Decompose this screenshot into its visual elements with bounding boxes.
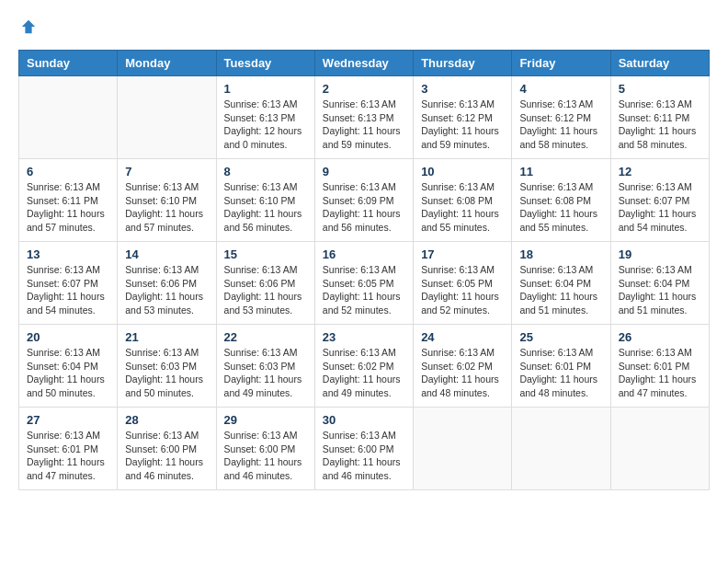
- day-cell-23: 23Sunrise: 6:13 AMSunset: 6:02 PMDayligh…: [314, 325, 413, 408]
- day-number: 16: [323, 247, 405, 261]
- day-number: 23: [323, 330, 405, 344]
- day-info: Sunrise: 6:13 AMSunset: 6:00 PMDaylight:…: [224, 429, 307, 483]
- day-info: Sunrise: 6:13 AMSunset: 6:12 PMDaylight:…: [519, 98, 602, 152]
- col-header-sunday: Sunday: [19, 51, 118, 76]
- day-cell-11: 11Sunrise: 6:13 AMSunset: 6:08 PMDayligh…: [512, 159, 610, 242]
- day-number: 21: [125, 330, 208, 344]
- logo-icon: [20, 18, 37, 35]
- day-info: Sunrise: 6:13 AMSunset: 6:03 PMDaylight:…: [224, 346, 307, 400]
- day-info: Sunrise: 6:13 AMSunset: 6:08 PMDaylight:…: [519, 180, 602, 235]
- day-number: 2: [323, 82, 405, 96]
- day-number: 29: [224, 413, 307, 427]
- day-number: 30: [323, 413, 405, 427]
- day-number: 17: [421, 247, 504, 261]
- day-info: Sunrise: 6:13 AMSunset: 6:05 PMDaylight:…: [323, 263, 405, 317]
- day-cell-4: 4Sunrise: 6:13 AMSunset: 6:12 PMDaylight…: [512, 76, 610, 159]
- day-number: 24: [421, 330, 504, 344]
- day-number: 7: [125, 165, 208, 178]
- day-info: Sunrise: 6:13 AMSunset: 6:02 PMDaylight:…: [421, 346, 504, 400]
- day-number: 22: [224, 330, 307, 344]
- day-info: Sunrise: 6:13 AMSunset: 6:01 PMDaylight:…: [619, 346, 701, 400]
- svg-marker-0: [22, 20, 35, 33]
- empty-cell: [118, 76, 216, 159]
- empty-cell: [512, 408, 610, 490]
- day-cell-20: 20Sunrise: 6:13 AMSunset: 6:04 PMDayligh…: [19, 325, 118, 408]
- day-info: Sunrise: 6:13 AMSunset: 6:07 PMDaylight:…: [619, 180, 701, 235]
- week-row-5: 27Sunrise: 6:13 AMSunset: 6:01 PMDayligh…: [19, 408, 710, 490]
- week-row-2: 6Sunrise: 6:13 AMSunset: 6:11 PMDaylight…: [19, 159, 710, 242]
- day-number: 9: [323, 165, 405, 178]
- day-number: 28: [125, 413, 208, 427]
- day-info: Sunrise: 6:13 AMSunset: 6:12 PMDaylight:…: [421, 98, 504, 152]
- day-info: Sunrise: 6:13 AMSunset: 6:04 PMDaylight:…: [27, 346, 109, 400]
- empty-cell: [19, 76, 118, 159]
- day-cell-25: 25Sunrise: 6:13 AMSunset: 6:01 PMDayligh…: [512, 325, 610, 408]
- day-cell-1: 1Sunrise: 6:13 AMSunset: 6:13 PMDaylight…: [216, 76, 314, 159]
- week-row-3: 13Sunrise: 6:13 AMSunset: 6:07 PMDayligh…: [19, 242, 710, 325]
- day-info: Sunrise: 6:13 AMSunset: 6:00 PMDaylight:…: [125, 429, 208, 483]
- empty-cell: [414, 408, 512, 490]
- day-info: Sunrise: 6:13 AMSunset: 6:10 PMDaylight:…: [125, 180, 208, 235]
- day-info: Sunrise: 6:13 AMSunset: 6:00 PMDaylight:…: [323, 429, 405, 483]
- day-info: Sunrise: 6:13 AMSunset: 6:09 PMDaylight:…: [323, 180, 405, 235]
- day-number: 15: [224, 247, 307, 261]
- col-header-monday: Monday: [118, 51, 216, 76]
- day-number: 25: [519, 330, 602, 344]
- day-number: 27: [27, 413, 109, 427]
- day-cell-22: 22Sunrise: 6:13 AMSunset: 6:03 PMDayligh…: [216, 325, 314, 408]
- day-cell-17: 17Sunrise: 6:13 AMSunset: 6:05 PMDayligh…: [414, 242, 512, 325]
- day-info: Sunrise: 6:13 AMSunset: 6:08 PMDaylight:…: [421, 180, 504, 235]
- day-number: 4: [519, 82, 602, 96]
- day-info: Sunrise: 6:13 AMSunset: 6:13 PMDaylight:…: [224, 98, 307, 152]
- day-cell-3: 3Sunrise: 6:13 AMSunset: 6:12 PMDaylight…: [414, 76, 512, 159]
- day-cell-16: 16Sunrise: 6:13 AMSunset: 6:05 PMDayligh…: [314, 242, 413, 325]
- page-header: [18, 18, 710, 35]
- empty-cell: [610, 408, 709, 490]
- day-number: 11: [519, 165, 602, 178]
- day-info: Sunrise: 6:13 AMSunset: 6:07 PMDaylight:…: [27, 263, 109, 317]
- day-cell-13: 13Sunrise: 6:13 AMSunset: 6:07 PMDayligh…: [19, 242, 118, 325]
- col-header-tuesday: Tuesday: [216, 51, 314, 76]
- day-cell-15: 15Sunrise: 6:13 AMSunset: 6:06 PMDayligh…: [216, 242, 314, 325]
- week-row-1: 1Sunrise: 6:13 AMSunset: 6:13 PMDaylight…: [19, 76, 710, 159]
- col-header-saturday: Saturday: [610, 51, 709, 76]
- day-info: Sunrise: 6:13 AMSunset: 6:06 PMDaylight:…: [125, 263, 208, 317]
- day-info: Sunrise: 6:13 AMSunset: 6:13 PMDaylight:…: [323, 98, 405, 152]
- day-number: 3: [421, 82, 504, 96]
- day-cell-18: 18Sunrise: 6:13 AMSunset: 6:04 PMDayligh…: [512, 242, 610, 325]
- day-cell-14: 14Sunrise: 6:13 AMSunset: 6:06 PMDayligh…: [118, 242, 216, 325]
- day-cell-26: 26Sunrise: 6:13 AMSunset: 6:01 PMDayligh…: [610, 325, 709, 408]
- day-number: 12: [619, 165, 701, 178]
- day-info: Sunrise: 6:13 AMSunset: 6:01 PMDaylight:…: [519, 346, 602, 400]
- day-info: Sunrise: 6:13 AMSunset: 6:04 PMDaylight:…: [619, 263, 701, 317]
- day-cell-6: 6Sunrise: 6:13 AMSunset: 6:11 PMDaylight…: [19, 159, 118, 242]
- day-number: 19: [619, 247, 701, 261]
- col-header-friday: Friday: [512, 51, 610, 76]
- day-cell-21: 21Sunrise: 6:13 AMSunset: 6:03 PMDayligh…: [118, 325, 216, 408]
- day-cell-2: 2Sunrise: 6:13 AMSunset: 6:13 PMDaylight…: [314, 76, 413, 159]
- week-row-4: 20Sunrise: 6:13 AMSunset: 6:04 PMDayligh…: [19, 325, 710, 408]
- col-header-wednesday: Wednesday: [314, 51, 413, 76]
- day-info: Sunrise: 6:13 AMSunset: 6:10 PMDaylight:…: [224, 180, 307, 235]
- calendar-table: SundayMondayTuesdayWednesdayThursdayFrid…: [18, 50, 710, 490]
- day-cell-30: 30Sunrise: 6:13 AMSunset: 6:00 PMDayligh…: [314, 408, 413, 490]
- day-info: Sunrise: 6:13 AMSunset: 6:11 PMDaylight:…: [619, 98, 701, 152]
- day-info: Sunrise: 6:13 AMSunset: 6:01 PMDaylight:…: [27, 429, 109, 483]
- day-info: Sunrise: 6:13 AMSunset: 6:06 PMDaylight:…: [224, 263, 307, 317]
- day-number: 10: [421, 165, 504, 178]
- day-cell-28: 28Sunrise: 6:13 AMSunset: 6:00 PMDayligh…: [118, 408, 216, 490]
- day-number: 8: [224, 165, 307, 178]
- day-cell-19: 19Sunrise: 6:13 AMSunset: 6:04 PMDayligh…: [610, 242, 709, 325]
- day-number: 20: [27, 330, 109, 344]
- day-cell-5: 5Sunrise: 6:13 AMSunset: 6:11 PMDaylight…: [610, 76, 709, 159]
- day-number: 6: [27, 165, 109, 178]
- day-cell-7: 7Sunrise: 6:13 AMSunset: 6:10 PMDaylight…: [118, 159, 216, 242]
- calendar-header-row: SundayMondayTuesdayWednesdayThursdayFrid…: [19, 51, 710, 76]
- day-number: 14: [125, 247, 208, 261]
- day-cell-29: 29Sunrise: 6:13 AMSunset: 6:00 PMDayligh…: [216, 408, 314, 490]
- day-info: Sunrise: 6:13 AMSunset: 6:03 PMDaylight:…: [125, 346, 208, 400]
- day-info: Sunrise: 6:13 AMSunset: 6:02 PMDaylight:…: [323, 346, 405, 400]
- day-number: 26: [619, 330, 701, 344]
- day-cell-27: 27Sunrise: 6:13 AMSunset: 6:01 PMDayligh…: [19, 408, 118, 490]
- logo: [18, 18, 37, 35]
